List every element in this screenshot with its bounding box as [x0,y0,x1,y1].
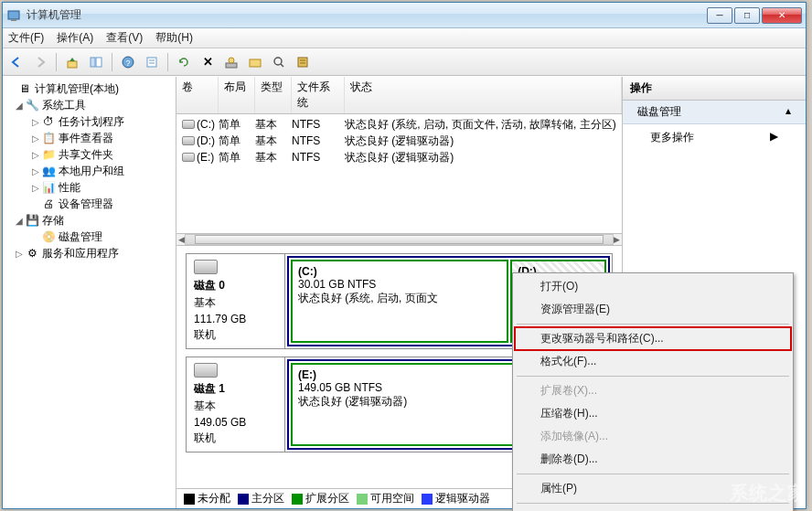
svg-rect-2 [68,61,77,68]
tree-services[interactable]: ▷⚙服务和应用程序 [3,245,176,261]
swatch-unallocated [184,494,195,505]
help-button[interactable]: ? [118,52,138,72]
swatch-primary [238,494,249,505]
table-row[interactable]: (C:)简单基本NTFS状态良好 (系统, 启动, 页面文件, 活动, 故障转储… [176,116,622,133]
up-button[interactable] [62,52,82,72]
folder-shared-icon: 📁 [41,147,56,162]
volume-icon [182,136,195,145]
event-icon: 📋 [41,131,56,145]
settings-icon[interactable] [221,52,241,72]
tree-disk-management[interactable]: 📀磁盘管理 [3,229,176,245]
window-controls: ─ □ ✕ [707,7,802,24]
menu-separator [517,324,789,325]
ctx-extend: 扩展卷(X)... [515,379,791,402]
actions-header: 操作 [623,77,806,101]
list-icon[interactable] [293,52,313,72]
svg-rect-3 [91,58,95,67]
services-icon: ⚙ [25,246,39,261]
menu-action[interactable]: 操作(A) [57,30,93,46]
ctx-help[interactable]: 帮助(H) [515,506,791,511]
tree-shared-folders[interactable]: ▷📁共享文件夹 [3,146,176,163]
table-row[interactable]: (E:)简单基本NTFS状态良好 (逻辑驱动器) [176,149,622,165]
svg-point-11 [229,58,234,63]
tree-device-manager[interactable]: 🖨设备管理器 [3,196,176,212]
volume-icon [182,153,195,162]
table-row[interactable]: (D:)简单基本NTFS状态良好 (逻辑驱动器) [176,133,622,149]
menu-separator [517,503,789,504]
svg-rect-15 [298,58,307,67]
show-hide-tree-button[interactable] [86,52,106,72]
disk-icon [194,260,218,274]
menu-help[interactable]: 帮助(H) [155,30,193,46]
svg-rect-7 [147,58,156,67]
ctx-properties[interactable]: 属性(P) [515,477,791,500]
menubar: 文件(F) 操作(A) 查看(V) 帮助(H) [3,28,806,48]
tree-task-scheduler[interactable]: ▷⏱任务计划程序 [3,113,176,130]
ctx-add-mirror: 添加镜像(A)... [515,425,791,448]
storage-icon: 💾 [25,213,39,228]
menu-view[interactable]: 查看(V) [106,30,143,46]
svg-rect-4 [96,58,102,67]
back-button[interactable] [6,52,27,72]
collapse-icon: ▴ [785,104,791,120]
svg-rect-1 [11,19,16,21]
tree-performance[interactable]: ▷📊性能 [3,179,176,196]
context-menu: 打开(O) 资源管理器(E) 更改驱动器号和路径(C)... 格式化(F)...… [512,272,794,511]
maximize-button[interactable]: □ [734,7,760,24]
ctx-delete[interactable]: 删除卷(D)... [515,448,791,471]
ctx-shrink[interactable]: 压缩卷(H)... [515,402,791,425]
actions-more[interactable]: 更多操作▶ [623,124,806,151]
nav-tree[interactable]: 🖥计算机管理(本地) ◢🔧系统工具 ▷⏱任务计划程序 ▷📋事件查看器 ▷📁共享文… [3,77,176,508]
app-icon [6,8,21,23]
search-icon[interactable] [269,52,289,72]
disk-info: 磁盘 1 基本 149.05 GB 联机 [187,357,285,452]
ctx-explorer[interactable]: 资源管理器(E) [515,298,791,321]
ctx-open[interactable]: 打开(O) [515,275,791,298]
actions-diskmgmt[interactable]: 磁盘管理▴ [623,101,806,124]
col-status[interactable]: 状态 [345,77,622,113]
delete-icon[interactable]: ✕ [198,52,218,72]
properties-button[interactable] [142,52,162,72]
horizontal-scrollbar[interactable]: ◀ ▶ [176,233,622,246]
close-button[interactable]: ✕ [762,7,802,24]
col-volume[interactable]: 卷 [176,77,219,113]
swatch-logical [422,494,433,505]
col-type[interactable]: 类型 [255,77,292,113]
toolbar-separator [167,53,168,71]
device-icon: 🖨 [41,197,56,211]
tree-root[interactable]: 🖥计算机管理(本地) [3,80,176,97]
computer-icon: 🖥 [17,81,32,96]
refresh-button[interactable] [174,52,194,72]
menu-file[interactable]: 文件(F) [8,30,44,46]
ctx-format[interactable]: 格式化(F)... [515,350,791,373]
volume-rows: (C:)简单基本NTFS状态良好 (系统, 启动, 页面文件, 活动, 故障转储… [176,114,622,167]
disk-icon: 📀 [41,229,56,244]
toolbar: ? ✕ [3,48,806,76]
ctx-change-drive-letter[interactable]: 更改驱动器号和路径(C)... [515,327,791,350]
partition-c[interactable]: (C:) 30.01 GB NTFS 状态良好 (系统, 启动, 页面文 [291,260,508,343]
disk-icon [194,363,218,378]
menu-separator [517,474,789,474]
svg-line-14 [281,64,283,67]
tree-event-viewer[interactable]: ▷📋事件查看器 [3,130,176,146]
svg-text:?: ? [125,59,130,68]
folder-icon[interactable] [245,52,265,72]
disk-info: 磁盘 0 基本 111.79 GB 联机 [187,254,285,348]
col-fs[interactable]: 文件系统 [292,77,345,113]
tree-storage[interactable]: ◢💾存储 [3,212,176,229]
menu-separator [517,376,789,377]
window-title: 计算机管理 [27,7,707,23]
forward-button [30,52,50,72]
swatch-extended [292,494,303,505]
volume-icon [182,120,195,129]
volume-table-header: 卷 布局 类型 文件系统 状态 [176,77,622,114]
users-icon: 👥 [41,164,56,178]
tree-local-users[interactable]: ▷👥本地用户和组 [3,163,176,179]
svg-point-13 [274,58,282,65]
col-layout[interactable]: 布局 [219,77,255,113]
chevron-right-icon: ▶ [770,130,778,145]
tree-system-tools[interactable]: ◢🔧系统工具 [3,97,176,113]
minimize-button[interactable]: ─ [707,7,732,24]
tools-icon: 🔧 [25,98,39,112]
svg-rect-0 [8,11,19,19]
